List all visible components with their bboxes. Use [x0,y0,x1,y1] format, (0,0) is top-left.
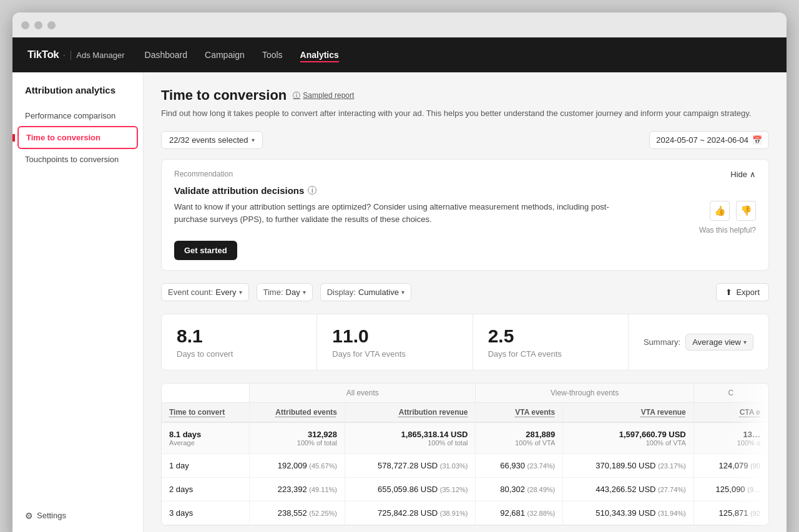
thumbs-up-button[interactable]: 👍 [710,201,730,221]
td-summary-rev: 1,865,318.14 USD 100% of total [345,422,475,454]
td-summary-cta: 13… 100% o [694,422,768,454]
stat-vta-events: 11.0 Days for VTA events [317,314,473,370]
td-vta-3: 92,681 (32.88%) [476,501,563,525]
stat-value-days: 8.1 [177,326,301,347]
brand-logo: TikTok · Ads Manager [27,49,125,62]
stat-value-cta: 2.5 [488,326,613,347]
td-summary-attributed: 312,928 100% of total [250,422,345,454]
td-vta-2: 80,302 (28.49%) [476,477,563,501]
export-icon: ⬆ [725,288,732,297]
recommendation-box: Recommendation Hide ∧ Validate attributi… [161,159,769,271]
event-count-label: Event count: [168,288,213,297]
date-range-picker[interactable]: 2024-05-07 ~ 2024-06-04 📅 [649,131,769,149]
page-title: Time to conversion [161,87,287,104]
nav-item-tools[interactable]: Tools [262,47,283,62]
rec-header: Recommendation Hide ∧ [174,170,756,179]
chevron-down-icon: ▾ [239,289,242,296]
info-circle-icon: ⓘ [293,90,300,101]
titlebar [12,12,787,37]
th-cta: CTA e [694,402,768,422]
event-count-filter[interactable]: Event count: Every ▾ [161,283,249,301]
active-arrow-icon [12,130,15,146]
chevron-up-icon: ∧ [750,170,756,179]
close-dot [21,21,29,29]
th-vta-revenue: VTA revenue [563,402,694,422]
td-time-3: 3 days [162,501,250,525]
stat-label-days: Days to convert [177,349,301,359]
controls-row: 22/32 events selected ▾ 2024-05-07 ~ 202… [161,131,769,149]
rec-hide-button[interactable]: Hide ∧ [730,170,756,179]
sidebar-item-performance[interactable]: Performance comparison [12,105,143,126]
sidebar-item-time-to-conversion[interactable]: Time to conversion [17,126,138,149]
display-filter[interactable]: Display: Cumulative ▾ [320,283,411,301]
sampled-badge[interactable]: ⓘ Sampled report [293,90,354,101]
calendar-icon: 📅 [752,135,762,145]
chevron-down-icon: ▾ [252,137,255,143]
sidebar-item-touchpoints[interactable]: Touchpoints to conversion [12,149,143,170]
thumbs-group: 👍 👎 [710,201,756,221]
td-cta-3: 125,871 (92 [694,501,768,525]
th-time-to-convert: Time to convert [162,402,250,422]
td-rev-3: 725,842.28 USD (38.91%) [345,501,475,525]
rec-title: Validate attribution decisions i [174,185,756,196]
td-vtarev-2: 443,266.52 USD (27.74%) [563,477,694,501]
rec-body: Want to know if your attribution setting… [174,201,756,235]
svg-marker-0 [12,132,15,143]
top-navigation: TikTok · Ads Manager Dashboard Campaign … [12,37,787,72]
td-summary-vta-rev: 1,597,660.79 USD 100% of VTA [563,422,694,454]
summary-control: Summary: Average view ▾ [629,314,768,370]
export-button[interactable]: ⬆ Export [716,283,769,301]
table-row: 3 days 238,552 (52.25%) 725,842.28 USD (… [162,501,768,525]
display-label: Display: [327,288,356,297]
time-filter[interactable]: Time: Day ▾ [257,283,313,301]
rec-info-icon[interactable]: i [308,186,316,195]
thumbs-down-button[interactable]: 👎 [736,201,756,221]
td-cta-2: 125,090 (9… [694,477,768,501]
events-dropdown[interactable]: 22/32 events selected ▾ [161,131,263,149]
nav-item-analytics[interactable]: Analytics [300,47,339,62]
stat-days-to-convert: 8.1 Days to convert [162,314,317,370]
time-value: Day [286,288,300,297]
page-header: Time to conversion ⓘ Sampled report Find… [161,87,769,120]
stat-label-vta: Days for VTA events [332,349,457,359]
chevron-down-icon: ▾ [743,339,747,346]
chevron-down-icon: ▾ [303,289,306,296]
main-content: Time to conversion ⓘ Sampled report Find… [144,72,787,532]
stat-cta-events: 2.5 Days for CTA events [473,314,629,370]
rec-label: Recommendation [174,170,233,178]
stat-label-cta: Days for CTA events [488,349,613,359]
chevron-down-icon: ▾ [401,289,404,296]
summary-select[interactable]: Average view ▾ [685,334,753,351]
time-label: Time: [263,288,283,297]
td-vtarev-3: 510,343.39 USD (31.94%) [563,501,694,525]
title-row: Time to conversion ⓘ Sampled report [161,87,769,104]
settings-item[interactable]: ⚙ Settings [12,503,143,528]
stat-value-vta: 11.0 [332,326,457,347]
nav-item-campaign[interactable]: Campaign [205,47,245,62]
td-rev-1: 578,727.28 USD (31.03%) [345,453,475,477]
brand-subtitle: Ads Manager [71,51,124,60]
td-time-1: 1 day [162,453,250,477]
get-started-button[interactable]: Get started [174,241,237,260]
table-summary-row: 8.1 days Average 312,928 100% of total 1… [162,422,768,454]
brand-separator: · [62,49,66,62]
event-count-value: Every [215,288,236,297]
summary-label: Summary: [644,337,680,347]
minimize-dot [34,21,42,29]
th-attribution-revenue: Attribution revenue [345,402,475,422]
td-vta-1: 66,930 (23.74%) [476,453,563,477]
nav-item-dashboard[interactable]: Dashboard [145,47,188,62]
table-col-header-row: Time to convert Attributed events Attrib… [162,402,768,422]
th-group-all-events: All events [250,384,476,403]
helpful-text: Was this helpful? [699,226,756,235]
display-value: Cumulative [358,288,399,297]
rec-actions: 👍 👎 Was this helpful? [699,201,756,235]
page-layout: Attribution analytics Performance compar… [12,72,787,532]
table-row: 2 days 223,392 (49.11%) 655,059.86 USD (… [162,477,768,501]
data-table: All events View-through events C Time to… [161,383,769,526]
settings-icon: ⚙ [25,511,33,521]
sidebar-title: Attribution analytics [12,85,143,105]
table-row: 1 day 192,009 (45.67%) 578,727.28 USD (3… [162,453,768,477]
nav-items: Dashboard Campaign Tools Analytics [145,47,772,62]
stats-row: 8.1 Days to convert 11.0 Days for VTA ev… [161,314,769,370]
